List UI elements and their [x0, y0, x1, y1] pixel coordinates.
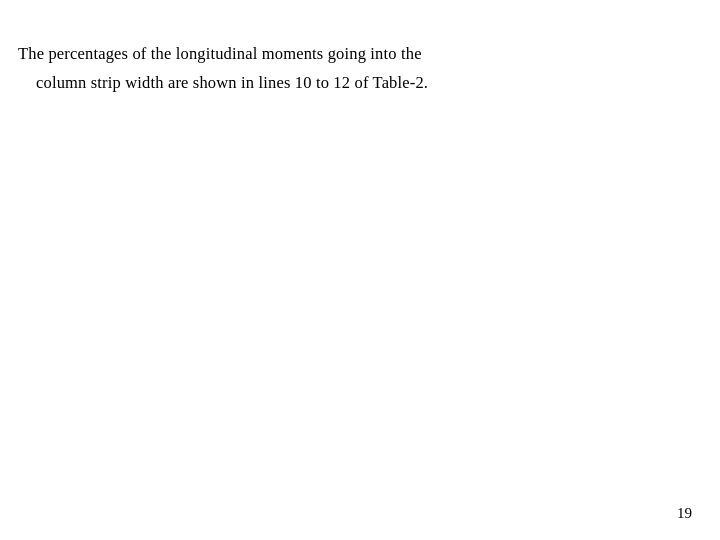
- paragraph-line1: The percentages of the longitudinal mome…: [18, 44, 422, 63]
- main-paragraph: The percentages of the longitudinal mome…: [18, 40, 690, 98]
- page-content: The percentages of the longitudinal mome…: [0, 0, 720, 128]
- page-number: 19: [677, 505, 692, 522]
- paragraph-line2: column strip width are shown in lines 10…: [18, 73, 428, 92]
